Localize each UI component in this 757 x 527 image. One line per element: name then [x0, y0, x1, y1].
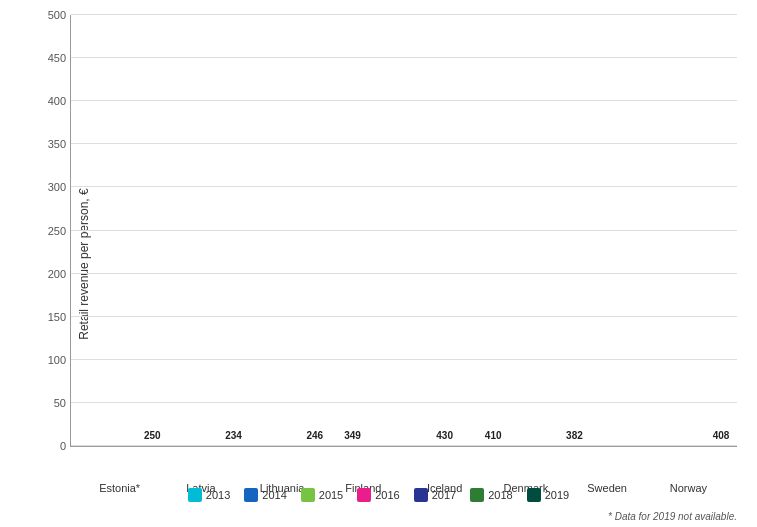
legend-item: 2014: [244, 488, 286, 502]
legend-color-swatch: [301, 488, 315, 502]
legend-color-swatch: [244, 488, 258, 502]
bar-value-label: 246: [306, 430, 323, 441]
bar-value-label: 408: [713, 430, 730, 441]
legend-label: 2016: [375, 489, 399, 501]
legend-label: 2014: [262, 489, 286, 501]
footnote: * Data for 2019 not available.: [608, 511, 737, 522]
legend-item: 2017: [414, 488, 456, 502]
legend-label: 2015: [319, 489, 343, 501]
y-tick-label: 200: [28, 268, 66, 280]
chart-area: 250234246349430410382408 Estonia*LatviaL…: [70, 15, 737, 447]
bar-value-label: 250: [144, 430, 161, 441]
bar-value-label: 410: [485, 430, 502, 441]
legend-color-swatch: [527, 488, 541, 502]
legend-label: 2017: [432, 489, 456, 501]
bar-value-label: 430: [436, 430, 453, 441]
legend-item: 2018: [470, 488, 512, 502]
legend-color-swatch: [414, 488, 428, 502]
legend-item: 2019: [527, 488, 569, 502]
bar-value-label: 349: [344, 430, 361, 441]
legend: 2013201420152016201720182019: [0, 488, 757, 502]
legend-color-swatch: [188, 488, 202, 502]
y-tick-label: 500: [28, 9, 66, 21]
legend-item: 2015: [301, 488, 343, 502]
bar-value-label: 382: [566, 430, 583, 441]
chart-container: Retail revenue per person, € 25023424634…: [0, 0, 757, 527]
y-tick-label: 350: [28, 138, 66, 150]
bars-wrapper: 250234246349430410382408: [71, 15, 737, 446]
y-tick-label: 100: [28, 354, 66, 366]
y-tick-label: 0: [28, 440, 66, 452]
legend-item: 2013: [188, 488, 230, 502]
y-tick-label: 300: [28, 181, 66, 193]
legend-label: 2019: [545, 489, 569, 501]
y-tick-label: 450: [28, 52, 66, 64]
y-tick-label: 250: [28, 225, 66, 237]
legend-color-swatch: [357, 488, 371, 502]
y-tick-label: 50: [28, 397, 66, 409]
legend-color-swatch: [470, 488, 484, 502]
legend-label: 2018: [488, 489, 512, 501]
legend-item: 2016: [357, 488, 399, 502]
y-tick-label: 400: [28, 95, 66, 107]
bar-value-label: 234: [225, 430, 242, 441]
legend-label: 2013: [206, 489, 230, 501]
y-tick-label: 150: [28, 311, 66, 323]
